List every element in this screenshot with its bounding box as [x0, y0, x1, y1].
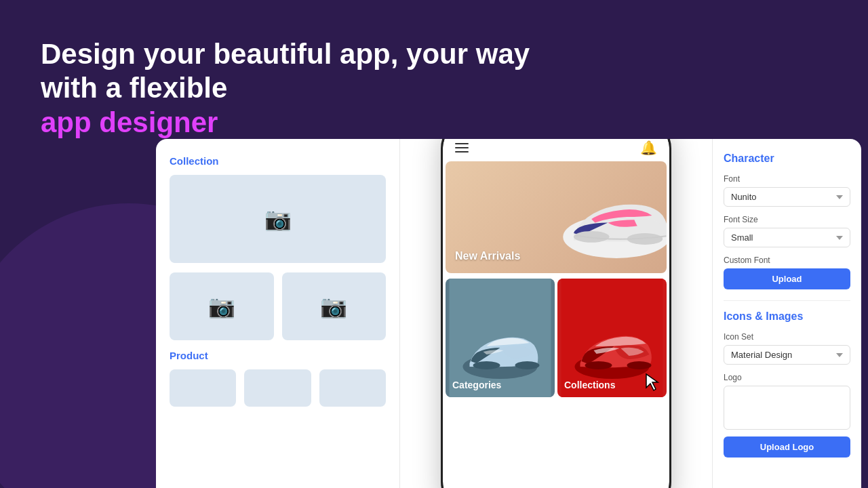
- svg-point-11: [627, 361, 652, 369]
- image-icon-1: 📷: [264, 206, 292, 232]
- collection-section-title: Collection: [170, 155, 386, 167]
- phone-banner: New Arrivals: [446, 161, 667, 273]
- character-title: Character: [724, 152, 850, 165]
- banner-text: New Arrivals: [455, 250, 520, 262]
- main-card: Collection 📷 📷 📷 Product: [156, 139, 861, 488]
- bell-icon[interactable]: 🔔: [640, 140, 657, 156]
- center-panel: 🔔 New Arrivals: [400, 139, 712, 488]
- font-label: Font: [724, 174, 850, 184]
- icon-set-select[interactable]: Material Design: [724, 345, 850, 365]
- left-panel: Collection 📷 📷 📷 Product: [156, 139, 400, 488]
- image-icon-3: 📷: [320, 293, 347, 319]
- image-icon-2: 📷: [208, 293, 235, 319]
- svg-point-10: [585, 361, 612, 369]
- logo-label: Logo: [724, 373, 850, 382]
- collection-placeholder-row: 📷 📷: [170, 272, 386, 340]
- collections-label: Collections: [564, 380, 615, 390]
- font-select[interactable]: Nunito: [724, 187, 850, 207]
- product-section-title: Product: [170, 350, 386, 361]
- header-area: Design your beautiful app, your way with…: [41, 37, 583, 140]
- phone-screen: 🔔 New Arrivals: [443, 139, 669, 488]
- icons-images-title: Icons & Images: [724, 310, 850, 323]
- divider: [724, 300, 850, 301]
- product-placeholder-row: [170, 369, 386, 407]
- icon-set-label: Icon Set: [724, 332, 850, 342]
- collections-cell[interactable]: Collections: [557, 279, 667, 397]
- logo-box: [724, 386, 850, 430]
- cursor-icon: [645, 373, 661, 392]
- font-size-select[interactable]: Small: [724, 228, 850, 247]
- categories-label: Categories: [452, 380, 501, 390]
- header-title-line2: app designer: [41, 106, 583, 140]
- header-title-line1: Design your beautiful app, your way with…: [41, 37, 583, 106]
- product-placeholder-3: [319, 369, 386, 407]
- svg-point-7: [515, 361, 540, 369]
- product-placeholder-2: [244, 369, 311, 407]
- categories-cell[interactable]: Categories: [446, 279, 555, 397]
- svg-point-6: [473, 361, 500, 369]
- collection-placeholder-2: 📷: [170, 272, 274, 340]
- hamburger-icon[interactable]: [455, 143, 469, 152]
- right-panel: Character Font Nunito Font Size Small Cu…: [712, 139, 861, 488]
- upload-font-button[interactable]: Upload: [724, 268, 850, 289]
- collection-placeholder-3: 📷: [282, 272, 387, 340]
- font-size-label: Font Size: [724, 215, 850, 224]
- collection-placeholder-1: 📷: [170, 175, 386, 263]
- product-placeholder-1: [170, 369, 236, 407]
- phone-frame: 🔔 New Arrivals: [441, 139, 671, 488]
- phone-topbar: 🔔: [443, 139, 669, 161]
- custom-font-label: Custom Font: [724, 256, 850, 265]
- phone-product-grid: Categories: [446, 279, 667, 397]
- upload-logo-button[interactable]: Upload Logo: [724, 436, 850, 458]
- svg-point-1: [574, 231, 610, 243]
